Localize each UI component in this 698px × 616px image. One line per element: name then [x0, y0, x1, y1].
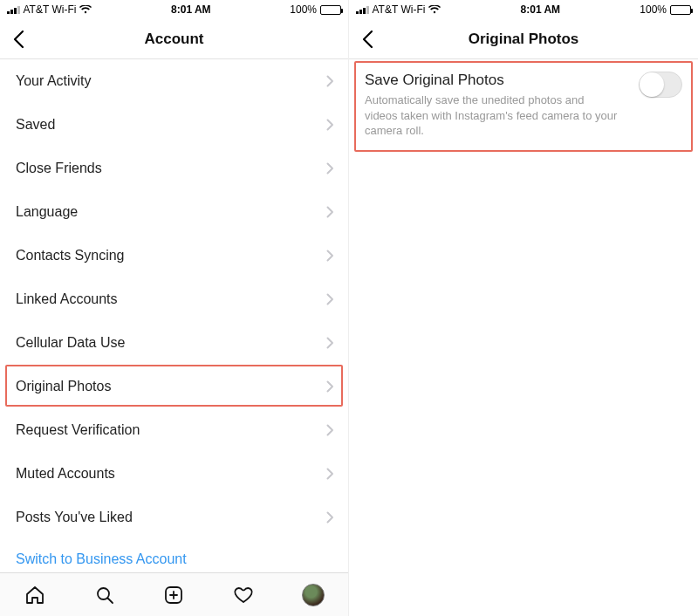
page-title: Original Photos — [469, 31, 579, 48]
row-cellular-data-use[interactable]: Cellular Data Use — [0, 321, 348, 365]
tab-bar — [0, 572, 348, 616]
row-linked-accounts[interactable]: Linked Accounts — [0, 277, 348, 321]
clock: 8:01 AM — [521, 3, 561, 16]
chevron-right-icon — [326, 250, 334, 262]
chevron-right-icon — [326, 75, 334, 87]
back-button[interactable] — [356, 19, 379, 58]
row-label: Posts You've Liked — [16, 510, 133, 525]
setting-description: Automatically save the unedited photos a… — [365, 92, 618, 139]
signal-icon — [7, 5, 20, 14]
setting-save-original-photos: Save Original Photos Automatically save … — [349, 59, 698, 153]
page-title: Account — [145, 31, 204, 48]
status-bar: AT&T Wi-Fi 8:01 AM 100% — [0, 0, 348, 19]
wifi-icon — [428, 5, 441, 14]
svg-line-1 — [107, 598, 113, 603]
chevron-right-icon — [326, 468, 334, 480]
wifi-icon — [79, 5, 92, 14]
toggle-knob — [640, 72, 664, 97]
battery-icon — [320, 5, 341, 15]
row-posts-youve-liked[interactable]: Posts You've Liked — [0, 496, 348, 539]
row-label: Contacts Syncing — [16, 248, 125, 264]
clock: 8:01 AM — [171, 3, 211, 16]
row-muted-accounts[interactable]: Muted Accounts — [0, 452, 348, 496]
setting-title: Save Original Photos — [365, 72, 628, 89]
screen-original-photos: AT&T Wi-Fi 8:01 AM 100% Original Photos … — [349, 0, 698, 616]
row-request-verification[interactable]: Request Verification — [0, 408, 348, 452]
nav-bar: Account — [0, 19, 348, 59]
chevron-right-icon — [326, 293, 334, 305]
status-bar: AT&T Wi-Fi 8:01 AM 100% — [349, 0, 698, 19]
battery-percent: 100% — [290, 3, 317, 16]
settings-list: Your Activity Saved Close Friends Langua… — [0, 59, 348, 572]
row-label: Saved — [16, 117, 55, 133]
avatar — [302, 584, 325, 606]
row-label: Close Friends — [16, 161, 102, 176]
chevron-right-icon — [326, 162, 334, 175]
signal-icon — [356, 5, 369, 14]
row-label: Cellular Data Use — [16, 335, 125, 351]
tab-create[interactable] — [161, 583, 186, 607]
chevron-right-icon — [326, 337, 334, 349]
chevron-right-icon — [326, 511, 334, 524]
battery-icon — [670, 5, 691, 15]
nav-bar: Original Photos — [349, 19, 698, 59]
switch-to-business-account[interactable]: Switch to Business Account — [0, 539, 348, 572]
tab-activity[interactable] — [231, 583, 256, 607]
chevron-right-icon — [326, 206, 334, 218]
row-label: Request Verification — [16, 422, 140, 438]
chevron-right-icon — [326, 119, 334, 131]
chevron-right-icon — [326, 424, 334, 436]
row-saved[interactable]: Saved — [0, 103, 348, 147]
battery-percent: 100% — [640, 3, 667, 16]
row-label: Language — [16, 204, 78, 220]
row-your-activity[interactable]: Your Activity — [0, 59, 348, 103]
row-label: Muted Accounts — [16, 466, 115, 482]
back-button[interactable] — [7, 19, 30, 58]
row-contacts-syncing[interactable]: Contacts Syncing — [0, 234, 348, 277]
tab-profile[interactable] — [301, 583, 325, 607]
row-close-friends[interactable]: Close Friends — [0, 147, 348, 190]
row-original-photos[interactable]: Original Photos — [0, 365, 348, 408]
row-language[interactable]: Language — [0, 190, 348, 234]
row-label: Original Photos — [16, 379, 111, 394]
row-label: Linked Accounts — [16, 291, 118, 307]
tab-search[interactable] — [92, 583, 117, 607]
chevron-right-icon — [326, 380, 334, 393]
tab-home[interactable] — [23, 583, 47, 607]
carrier-label: AT&T Wi-Fi — [373, 3, 426, 16]
screen-account: AT&T Wi-Fi 8:01 AM 100% Account Your Act… — [0, 0, 349, 616]
carrier-label: AT&T Wi-Fi — [24, 3, 77, 16]
row-label: Your Activity — [16, 73, 92, 89]
toggle-save-original-photos[interactable] — [639, 72, 682, 98]
